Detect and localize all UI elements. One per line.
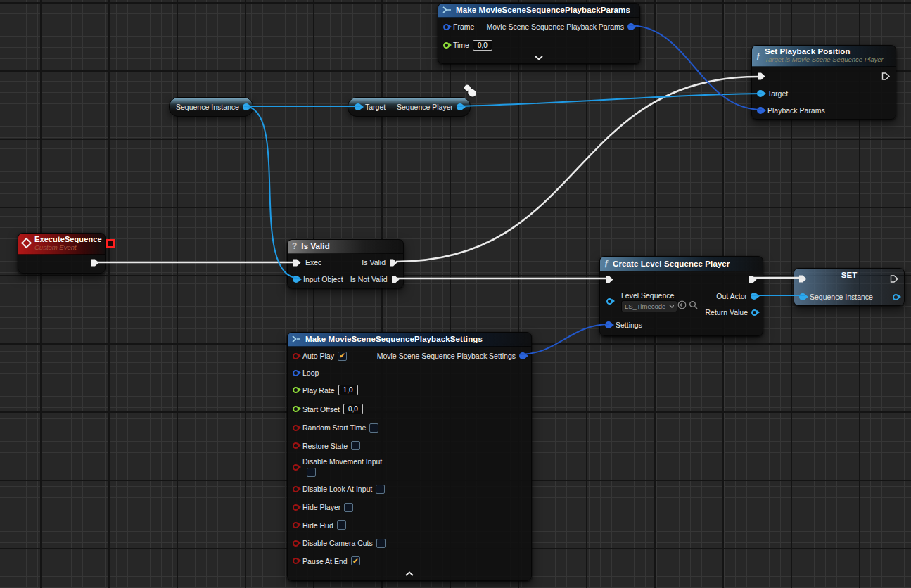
disable-movement-input-checkbox[interactable] [307, 468, 316, 477]
random-start-time-label: Random Start Time [302, 423, 366, 432]
expand-node-button[interactable] [438, 54, 639, 63]
exec-pin-label: Exec [305, 258, 321, 267]
params-output-pin[interactable] [627, 23, 635, 30]
sequence-player-output-pin[interactable] [457, 103, 464, 110]
restore-state-label: Restore State [302, 442, 348, 450]
hide-hud-label: Hide Hud [302, 521, 333, 530]
loop-pin[interactable] [293, 370, 299, 376]
frame-pin[interactable] [443, 24, 450, 30]
make-struct-icon [442, 6, 452, 13]
play-rate-pin[interactable] [293, 387, 299, 393]
delegate-pin[interactable] [106, 239, 115, 248]
start-offset-input[interactable]: 0,0 [343, 404, 363, 414]
disable-look-at-input-checkbox[interactable] [376, 485, 385, 494]
params-output-label: Movie Scene Sequence Playback Params [486, 23, 624, 31]
node-title: Make MovieSceneSequencePlaybackParams [456, 6, 630, 14]
node-is-valid[interactable]: ? Is Valid Exec Is Valid Input Object Is… [287, 239, 404, 288]
node-set-sequence-instance[interactable]: SET Sequence Instance [794, 268, 905, 306]
exec-out-pin[interactable] [890, 274, 899, 283]
auto-play-pin[interactable] [293, 353, 299, 359]
node-title: Make MovieSceneSequencePlaybackSettings [305, 335, 483, 343]
exec-out-pin[interactable] [881, 72, 891, 81]
time-value-input[interactable]: 0,0 [473, 40, 492, 51]
set-output-pin[interactable] [893, 294, 899, 300]
disable-camera-cuts-pin[interactable] [293, 540, 299, 547]
pause-at-end-pin[interactable] [293, 558, 299, 564]
node-execute-sequence-header[interactable]: ExecuteSequence Custom Event [18, 234, 105, 255]
time-pin[interactable] [443, 42, 450, 49]
target-pin-label: Target [767, 89, 788, 98]
collapse-node-button[interactable] [288, 570, 531, 579]
time-pin-label: Time [453, 41, 469, 49]
wire-settings-to-createplayer[interactable] [520, 324, 609, 354]
function-icon: ƒ [604, 258, 609, 269]
target-input-pin[interactable] [355, 103, 362, 110]
sequence-instance-input-label: Sequence Instance [810, 293, 873, 301]
disable-movement-input-pin[interactable] [293, 464, 299, 471]
pause-at-end-label: Pause At End [302, 557, 348, 565]
browse-asset-icon[interactable] [689, 300, 698, 309]
question-mark-icon: ? [292, 241, 297, 251]
node-make-playback-params[interactable]: Make MovieSceneSequencePlaybackParams Fr… [438, 3, 640, 64]
variable-label: Sequence Instance [176, 103, 239, 111]
restore-state-pin[interactable] [293, 442, 299, 449]
hide-player-checkbox[interactable] [344, 503, 353, 512]
start-offset-pin[interactable] [293, 406, 299, 412]
input-object-pin[interactable] [293, 276, 300, 283]
node-execute-sequence-event[interactable]: ExecuteSequence Custom Event [18, 233, 106, 274]
chevron-down-icon [669, 305, 674, 308]
settings-output-pin[interactable] [519, 352, 526, 359]
play-rate-input[interactable]: 1,0 [338, 385, 358, 395]
blueprint-graph-canvas[interactable]: Make MovieSceneSequencePlaybackParams Fr… [0, 0, 911, 588]
node-make-playback-params-header[interactable]: Make MovieSceneSequencePlaybackParams [438, 4, 639, 18]
sequence-instance-output-pin[interactable] [243, 103, 250, 110]
chevron-down-icon [535, 56, 543, 60]
disable-camera-cuts-checkbox[interactable] [376, 539, 386, 548]
wire-sequenceplayer-to-target[interactable] [457, 94, 762, 106]
hide-hud-pin[interactable] [293, 522, 299, 528]
target-pin-label: Target [365, 103, 386, 111]
is-valid-exec-out-pin[interactable] [389, 258, 398, 267]
level-sequence-asset-dropdown[interactable]: LS_TimecodePr [621, 300, 677, 312]
settings-pin[interactable] [605, 321, 612, 328]
sequence-instance-input-pin[interactable] [799, 293, 806, 300]
node-create-level-sequence-player[interactable]: ƒ Create Level Sequence Player Level Seq… [599, 256, 763, 336]
hide-hud-checkbox[interactable] [337, 520, 346, 530]
wire-params-to-playbackparams[interactable] [629, 25, 762, 110]
target-pin[interactable] [757, 90, 764, 97]
node-make-playback-settings[interactable]: Make MovieSceneSequencePlaybackSettings … [287, 332, 532, 581]
make-struct-icon [292, 335, 301, 343]
exec-out-pin[interactable] [91, 258, 100, 267]
sequence-player-output-label: Sequence Player [397, 103, 453, 111]
node-create-player-header[interactable]: ƒ Create Level Sequence Player [600, 257, 763, 271]
playback-params-pin-label: Playback Params [767, 106, 825, 115]
node-set-playback-position-header[interactable]: ƒ Set Playback Position Target is Movie … [752, 46, 896, 67]
node-make-settings-header[interactable]: Make MovieSceneSequencePlaybackSettings [288, 333, 531, 347]
exec-in-pin[interactable] [293, 258, 302, 267]
node-get-sequence-player[interactable]: Target Sequence Player [348, 97, 471, 117]
out-actor-pin[interactable] [751, 293, 758, 300]
loop-label: Loop [302, 369, 319, 377]
hide-player-pin[interactable] [293, 504, 299, 511]
is-not-valid-exec-out-pin[interactable] [391, 275, 400, 284]
random-start-time-checkbox[interactable] [369, 423, 378, 433]
random-start-time-pin[interactable] [293, 425, 299, 431]
exec-out-pin[interactable] [748, 275, 758, 284]
exec-in-pin[interactable] [798, 274, 808, 283]
playback-params-pin[interactable] [757, 107, 764, 114]
disable-look-at-input-pin[interactable] [293, 486, 299, 492]
exec-in-pin[interactable] [757, 72, 766, 81]
auto-play-checkbox[interactable] [338, 352, 347, 361]
is-not-valid-out-label: Is Not Valid [350, 275, 388, 283]
node-set-playback-position[interactable]: ƒ Set Playback Position Target is Movie … [751, 45, 896, 120]
disable-look-at-input-label: Disable Look At Input [302, 485, 372, 493]
use-selected-asset-icon[interactable] [677, 300, 687, 309]
node-get-sequence-instance[interactable]: Sequence Instance [169, 97, 253, 117]
node-title: ExecuteSequence [34, 235, 102, 244]
restore-state-checkbox[interactable] [351, 441, 360, 450]
exec-in-pin[interactable] [605, 275, 614, 284]
pause-at-end-checkbox[interactable] [351, 556, 360, 565]
return-value-pin[interactable] [751, 309, 758, 316]
node-is-valid-header[interactable]: ? Is Valid [288, 240, 403, 254]
level-sequence-pin[interactable] [606, 298, 613, 305]
